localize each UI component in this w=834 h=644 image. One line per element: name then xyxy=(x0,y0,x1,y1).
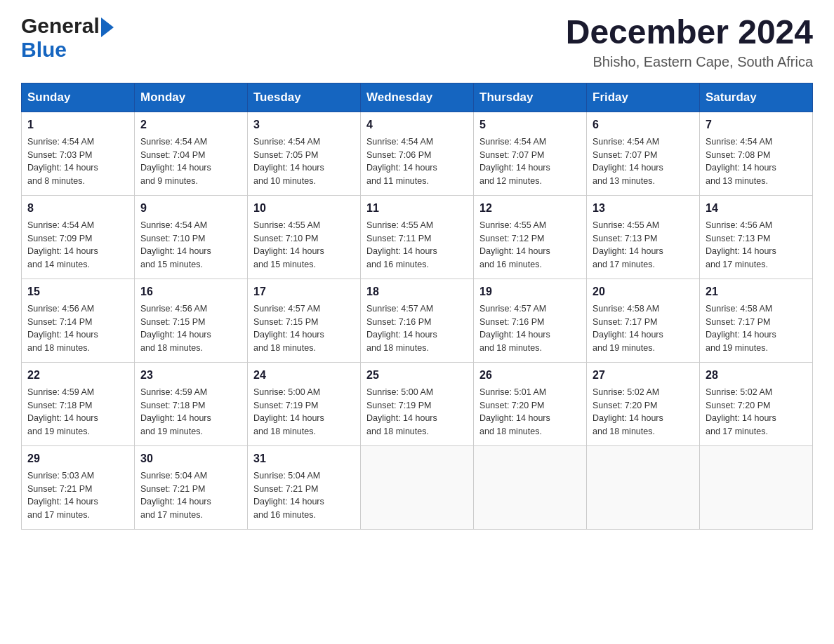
calendar-cell xyxy=(474,445,587,529)
day-number: 19 xyxy=(479,283,581,300)
day-number: 8 xyxy=(27,200,128,217)
day-number: 9 xyxy=(140,200,241,217)
col-sunday: Sunday xyxy=(22,83,135,112)
calendar-header-row: Sunday Monday Tuesday Wednesday Thursday… xyxy=(22,83,813,112)
day-number: 1 xyxy=(27,116,128,133)
day-number: 11 xyxy=(366,200,468,217)
day-info: Sunrise: 5:00 AMSunset: 7:19 PMDaylight:… xyxy=(253,386,355,438)
day-info: Sunrise: 4:54 AMSunset: 7:04 PMDaylight:… xyxy=(140,135,241,188)
day-number: 13 xyxy=(593,200,694,217)
calendar-cell: 30Sunrise: 5:04 AMSunset: 7:21 PMDayligh… xyxy=(135,445,248,529)
day-number: 31 xyxy=(253,450,355,467)
calendar-cell: 25Sunrise: 5:00 AMSunset: 7:19 PMDayligh… xyxy=(361,362,474,445)
day-info: Sunrise: 4:54 AMSunset: 7:08 PMDaylight:… xyxy=(706,135,807,188)
calendar-cell: 14Sunrise: 4:56 AMSunset: 7:13 PMDayligh… xyxy=(700,195,813,279)
day-info: Sunrise: 4:56 AMSunset: 7:14 PMDaylight:… xyxy=(27,302,128,355)
logo-arrow-icon xyxy=(101,18,114,37)
day-number: 3 xyxy=(253,116,355,133)
day-info: Sunrise: 4:59 AMSunset: 7:18 PMDaylight:… xyxy=(140,386,241,438)
day-info: Sunrise: 4:57 AMSunset: 7:16 PMDaylight:… xyxy=(479,302,581,355)
calendar-week-row-5: 29Sunrise: 5:03 AMSunset: 7:21 PMDayligh… xyxy=(22,445,813,529)
calendar-table: Sunday Monday Tuesday Wednesday Thursday… xyxy=(21,83,813,530)
day-number: 25 xyxy=(366,367,468,384)
calendar-cell: 17Sunrise: 4:57 AMSunset: 7:15 PMDayligh… xyxy=(248,279,361,362)
calendar-week-row-2: 8Sunrise: 4:54 AMSunset: 7:09 PMDaylight… xyxy=(22,195,813,279)
calendar-cell: 21Sunrise: 4:58 AMSunset: 7:17 PMDayligh… xyxy=(700,279,813,362)
calendar-cell: 10Sunrise: 4:55 AMSunset: 7:10 PMDayligh… xyxy=(248,195,361,279)
day-number: 30 xyxy=(140,450,241,467)
calendar-cell: 16Sunrise: 4:56 AMSunset: 7:15 PMDayligh… xyxy=(135,279,248,362)
calendar-cell: 8Sunrise: 4:54 AMSunset: 7:09 PMDaylight… xyxy=(22,195,135,279)
calendar-cell: 5Sunrise: 4:54 AMSunset: 7:07 PMDaylight… xyxy=(474,112,587,195)
day-number: 4 xyxy=(366,116,468,133)
calendar-cell xyxy=(700,445,813,529)
day-number: 20 xyxy=(593,283,694,300)
calendar-cell xyxy=(361,445,474,529)
col-monday: Monday xyxy=(135,83,248,112)
day-info: Sunrise: 4:55 AMSunset: 7:11 PMDaylight:… xyxy=(366,219,468,271)
calendar-cell: 29Sunrise: 5:03 AMSunset: 7:21 PMDayligh… xyxy=(22,445,135,529)
day-number: 14 xyxy=(706,200,807,217)
calendar-cell: 15Sunrise: 4:56 AMSunset: 7:14 PMDayligh… xyxy=(22,279,135,362)
col-friday: Friday xyxy=(587,83,700,112)
logo-general-text: General xyxy=(21,14,100,38)
day-number: 26 xyxy=(479,367,581,384)
day-number: 17 xyxy=(253,283,355,300)
day-number: 5 xyxy=(479,116,581,133)
calendar-cell: 6Sunrise: 4:54 AMSunset: 7:07 PMDaylight… xyxy=(587,112,700,195)
day-number: 12 xyxy=(479,200,581,217)
day-number: 18 xyxy=(366,283,468,300)
calendar-cell: 28Sunrise: 5:02 AMSunset: 7:20 PMDayligh… xyxy=(700,362,813,445)
day-info: Sunrise: 4:58 AMSunset: 7:17 PMDaylight:… xyxy=(706,302,807,355)
day-info: Sunrise: 4:56 AMSunset: 7:15 PMDaylight:… xyxy=(140,302,241,355)
day-info: Sunrise: 4:54 AMSunset: 7:07 PMDaylight:… xyxy=(593,135,694,188)
day-number: 27 xyxy=(593,367,694,384)
day-info: Sunrise: 4:55 AMSunset: 7:13 PMDaylight:… xyxy=(593,219,694,271)
day-info: Sunrise: 5:04 AMSunset: 7:21 PMDaylight:… xyxy=(140,469,241,522)
calendar-cell: 24Sunrise: 5:00 AMSunset: 7:19 PMDayligh… xyxy=(248,362,361,445)
calendar-cell: 9Sunrise: 4:54 AMSunset: 7:10 PMDaylight… xyxy=(135,195,248,279)
day-info: Sunrise: 5:02 AMSunset: 7:20 PMDaylight:… xyxy=(593,386,694,438)
day-number: 29 xyxy=(27,450,128,467)
day-number: 24 xyxy=(253,367,355,384)
day-number: 21 xyxy=(706,283,807,300)
col-tuesday: Tuesday xyxy=(248,83,361,112)
day-number: 22 xyxy=(27,367,128,384)
day-info: Sunrise: 4:54 AMSunset: 7:03 PMDaylight:… xyxy=(27,135,128,188)
day-info: Sunrise: 4:54 AMSunset: 7:09 PMDaylight:… xyxy=(27,219,128,271)
location-text: Bhisho, Eastern Cape, South Africa xyxy=(566,54,813,70)
calendar-cell: 18Sunrise: 4:57 AMSunset: 7:16 PMDayligh… xyxy=(361,279,474,362)
day-info: Sunrise: 4:54 AMSunset: 7:10 PMDaylight:… xyxy=(140,219,241,271)
col-wednesday: Wednesday xyxy=(361,83,474,112)
day-number: 23 xyxy=(140,367,241,384)
day-info: Sunrise: 5:04 AMSunset: 7:21 PMDaylight:… xyxy=(253,469,355,522)
day-number: 2 xyxy=(140,116,241,133)
calendar-week-row-3: 15Sunrise: 4:56 AMSunset: 7:14 PMDayligh… xyxy=(22,279,813,362)
day-info: Sunrise: 5:03 AMSunset: 7:21 PMDaylight:… xyxy=(27,469,128,522)
page-header: General Blue December 2024 Bhisho, Easte… xyxy=(21,14,813,70)
day-info: Sunrise: 4:55 AMSunset: 7:12 PMDaylight:… xyxy=(479,219,581,271)
day-info: Sunrise: 4:56 AMSunset: 7:13 PMDaylight:… xyxy=(706,219,807,271)
col-thursday: Thursday xyxy=(474,83,587,112)
calendar-cell: 19Sunrise: 4:57 AMSunset: 7:16 PMDayligh… xyxy=(474,279,587,362)
day-info: Sunrise: 4:54 AMSunset: 7:05 PMDaylight:… xyxy=(253,135,355,188)
day-info: Sunrise: 4:55 AMSunset: 7:10 PMDaylight:… xyxy=(253,219,355,271)
day-number: 15 xyxy=(27,283,128,300)
day-info: Sunrise: 5:00 AMSunset: 7:19 PMDaylight:… xyxy=(366,386,468,438)
day-info: Sunrise: 4:58 AMSunset: 7:17 PMDaylight:… xyxy=(593,302,694,355)
calendar-cell: 12Sunrise: 4:55 AMSunset: 7:12 PMDayligh… xyxy=(474,195,587,279)
logo: General Blue xyxy=(21,14,114,62)
header-right: December 2024 Bhisho, Eastern Cape, Sout… xyxy=(566,14,813,70)
day-info: Sunrise: 4:57 AMSunset: 7:15 PMDaylight:… xyxy=(253,302,355,355)
calendar-cell: 22Sunrise: 4:59 AMSunset: 7:18 PMDayligh… xyxy=(22,362,135,445)
calendar-cell: 23Sunrise: 4:59 AMSunset: 7:18 PMDayligh… xyxy=(135,362,248,445)
day-info: Sunrise: 5:01 AMSunset: 7:20 PMDaylight:… xyxy=(479,386,581,438)
day-number: 28 xyxy=(706,367,807,384)
month-title: December 2024 xyxy=(566,14,813,51)
calendar-cell: 4Sunrise: 4:54 AMSunset: 7:06 PMDaylight… xyxy=(361,112,474,195)
calendar-cell: 1Sunrise: 4:54 AMSunset: 7:03 PMDaylight… xyxy=(22,112,135,195)
day-number: 6 xyxy=(593,116,694,133)
col-saturday: Saturday xyxy=(700,83,813,112)
calendar-week-row-1: 1Sunrise: 4:54 AMSunset: 7:03 PMDaylight… xyxy=(22,112,813,195)
calendar-cell xyxy=(587,445,700,529)
